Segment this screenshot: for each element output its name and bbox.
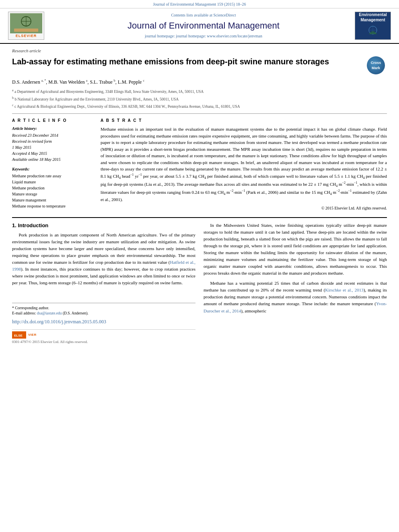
article-info-column: A R T I C L E I N F O Article history: R…: [12, 118, 93, 211]
elsevier-bottom-text: VIER: [28, 333, 37, 337]
article-type: Research article: [12, 48, 387, 54]
revised-date: 1 May 2015: [12, 145, 93, 150]
elsevier-logo-image: ELSEVIER: [8, 12, 44, 40]
svg-text:ELSE: ELSE: [14, 334, 23, 337]
bottom-bar: ELSE VIER 0301-4797/© 2015 Elsevier Ltd.…: [12, 329, 195, 345]
article-info-title: A R T I C L E I N F O: [12, 118, 93, 123]
abstract-column: A B S T R A C T Methane emission is an i…: [101, 118, 387, 211]
main-content: Research article Lab-assay for estimatin…: [0, 44, 399, 348]
abstract-text: Methane emission is an important tool in…: [101, 126, 387, 203]
journal-reference: Journal of Environmental Management 159 …: [0, 0, 399, 8]
journal-header: ELSEVIER Contents lists available at Sci…: [0, 8, 399, 44]
section-1-heading: 1. Introduction: [12, 222, 195, 229]
kirschke-link[interactable]: Kirschke et al., 2013: [325, 288, 364, 292]
crossmark-icon: CrossMark: [367, 56, 385, 74]
article-history: Article history: Received 23 December 20…: [12, 126, 93, 162]
email-link[interactable]: dsa@iastate.edu: [37, 311, 62, 315]
revised-label: Received in revised form: [12, 139, 93, 144]
article-title-section: Lab-assay for estimating methane emissio…: [12, 56, 387, 74]
email-footnote: E-mail address: dsa@iastate.edu (D.S. An…: [12, 311, 195, 316]
body-left-column: 1. Introduction Pork production is an im…: [12, 222, 195, 345]
elsevier-wordmark: ELSEVIER: [16, 33, 37, 39]
affiliation-b: b b National Laboratory for Agriculture …: [12, 96, 387, 102]
section-divider: [12, 217, 387, 218]
received-date: Received 23 December 2014: [12, 133, 93, 138]
svg-rect-4: [14, 29, 38, 32]
logo-graphic: [10, 13, 42, 33]
keywords-label: Keywords:: [12, 166, 93, 172]
homepage-link[interactable]: journal homepage: www.elsevier.com/locat…: [176, 34, 262, 38]
accepted-date: Accepted 4 May 2015: [12, 151, 93, 156]
hatfield-link[interactable]: Hatfield et al., 1998: [12, 260, 195, 271]
doi-section: http://dx.doi.org/10.1016/j.jenvman.2015…: [12, 318, 195, 325]
cover-text: Environmental Management: [359, 12, 387, 39]
crossmark-badge-container: CrossMark: [367, 56, 387, 74]
authors-line: D.S. Andersen a, *, M.B. Van Weelden a, …: [12, 78, 387, 86]
divider-1: [12, 113, 387, 114]
months-text: months: [83, 280, 96, 285]
affiliation-a: a a Department of Agricultural and Biosy…: [12, 88, 387, 94]
keywords-section: Keywords: Methane production rate assay …: [12, 166, 93, 209]
keyword-5: Manure management: [12, 197, 93, 203]
doi-link[interactable]: http://dx.doi.org/10.1016/j.jenvman.2015…: [12, 319, 106, 325]
elsevier-bottom-logo: ELSE VIER: [12, 331, 195, 339]
elsevier-bottom-icon: ELSE: [12, 331, 26, 339]
corresponding-author-note: * Corresponding author.: [12, 306, 195, 311]
intro-para-1: Pork production is an important componen…: [12, 232, 195, 286]
intro-right-para-1: In the Midwestern United States, swine f…: [204, 222, 387, 277]
available-date: Available online 18 May 2015: [12, 157, 93, 162]
affiliations: a a Department of Agricultural and Biosy…: [12, 88, 387, 109]
keyword-3: Methane production: [12, 185, 93, 191]
journal-cover-image: Environmental Management: [355, 12, 391, 40]
affiliation-c: c c Agricultural & Biological Engineerin…: [12, 103, 387, 109]
journal-title: Journal of Environmental Management: [52, 20, 355, 32]
journal-homepage: journal homepage: journal homepage: www.…: [52, 33, 355, 39]
copyright-notice: © 2015 Elsevier Ltd. All rights reserved…: [101, 205, 387, 211]
keyword-1: Methane production rate assay: [12, 173, 93, 179]
body-columns: 1. Introduction Pork production is an im…: [12, 222, 387, 345]
intro-left-text: Pork production is an important componen…: [12, 232, 195, 286]
journal-title-area: Contents lists available at ScienceDirec…: [52, 12, 355, 39]
info-abstract-columns: A R T I C L E I N F O Article history: R…: [12, 118, 387, 211]
body-right-column: In the Midwestern United States, swine f…: [204, 222, 387, 345]
elsevier-logo-left: ELSEVIER: [8, 12, 52, 40]
yvon-link[interactable]: Yvon-Durocher et al., 2014: [204, 301, 387, 313]
history-label: Article history:: [12, 126, 93, 131]
intro-right-para-2: Methane has a warming potential 25 times…: [204, 280, 387, 314]
abstract-title: A B S T R A C T: [101, 118, 387, 123]
sciencedirect-text: Contents lists available at ScienceDirec…: [52, 12, 355, 18]
keyword-4: Manure storage: [12, 191, 93, 197]
intro-right-text: In the Midwestern United States, swine f…: [204, 222, 387, 314]
sciencedirect-link-text[interactable]: ScienceDirect: [213, 13, 236, 17]
keyword-6: Methane response to temperature: [12, 203, 93, 209]
footnote-section: * Corresponding author. E-mail address: …: [12, 303, 195, 345]
keyword-2: Liquid manure: [12, 179, 93, 185]
article-title: Lab-assay for estimating methane emissio…: [12, 56, 363, 67]
issn-text: 0301-4797/© 2015 Elsevier Ltd. All right…: [12, 339, 195, 345]
